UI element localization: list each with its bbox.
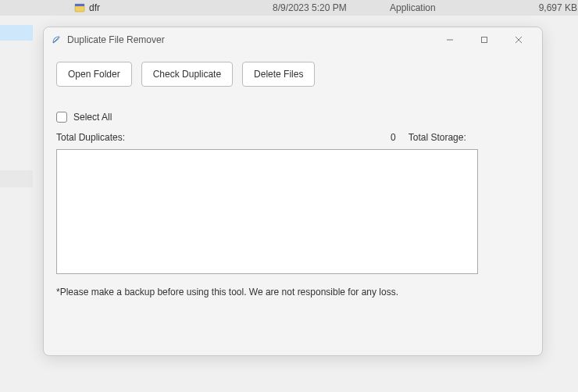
window-controls <box>433 28 536 52</box>
svg-rect-1 <box>75 4 84 6</box>
file-date: 8/9/2023 5:20 PM <box>273 2 390 13</box>
select-all-checkbox[interactable] <box>56 112 67 123</box>
file-type: Application <box>390 2 515 13</box>
close-button[interactable] <box>501 28 536 52</box>
window-content: Open Folder Check Duplicate Delete Files… <box>44 52 542 355</box>
total-storage-label: Total Storage: <box>409 132 466 143</box>
file-icon <box>74 2 85 13</box>
stats-row: Total Duplicates: 0 Total Storage: <box>56 132 530 143</box>
file-name: dfr <box>89 2 273 13</box>
total-duplicates-label: Total Duplicates: <box>56 132 125 143</box>
explorer-row[interactable]: dfr 8/9/2023 5:20 PM Application 9,697 K… <box>0 0 578 16</box>
sidebar-highlight <box>0 25 33 41</box>
window-title: Duplicate File Remover <box>67 34 433 45</box>
total-duplicates-value: 0 <box>391 132 396 143</box>
sidebar-item <box>0 170 33 187</box>
maximize-button[interactable] <box>467 28 501 52</box>
open-folder-button[interactable]: Open Folder <box>56 62 132 87</box>
check-duplicate-button[interactable]: Check Duplicate <box>141 62 233 87</box>
minimize-button[interactable] <box>433 28 467 52</box>
duplicates-listbox[interactable] <box>56 149 478 274</box>
file-size: 9,697 KB <box>515 2 577 13</box>
toolbar: Open Folder Check Duplicate Delete Files <box>56 62 530 87</box>
disclaimer-text: *Please make a backup before using this … <box>56 287 530 298</box>
app-window: Duplicate File Remover Open Folder Check… <box>43 27 543 356</box>
feather-icon <box>50 34 62 46</box>
titlebar[interactable]: Duplicate File Remover <box>44 27 542 52</box>
svg-rect-4 <box>482 37 487 43</box>
select-all-label: Select All <box>73 112 112 123</box>
select-all-row: Select All <box>56 112 530 123</box>
delete-files-button[interactable]: Delete Files <box>242 62 315 87</box>
